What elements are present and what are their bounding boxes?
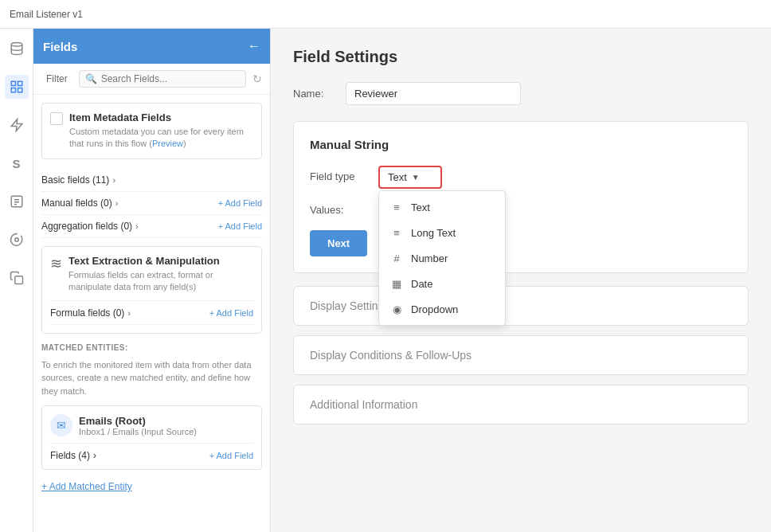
add-aggregation-field-link[interactable]: + Add Field [218, 221, 262, 231]
display-settings-title: Display Settings [310, 299, 732, 312]
sidebar-item-database[interactable] [5, 37, 29, 61]
dropdown-item-long-text[interactable]: ≡ Long Text [379, 220, 505, 245]
item-metadata-section: Item Metadata Fields Custom metadata you… [41, 103, 262, 159]
manual-string-title: Manual String [310, 138, 732, 151]
filter-button[interactable]: Filter [41, 72, 72, 86]
field-type-dropdown-menu: ≡ Text ≡ Long Text # Number [378, 190, 506, 326]
text-extraction-icon: ≋ [50, 255, 62, 272]
refresh-icon[interactable]: ↻ [252, 72, 262, 85]
basic-fields-toggle[interactable]: Basic fields (11) › [41, 174, 115, 186]
svg-point-10 [14, 238, 18, 242]
add-manual-field-link[interactable]: + Add Field [218, 198, 262, 208]
add-formula-field-link[interactable]: + Add Field [209, 308, 253, 318]
aggregation-fields-chevron: › [135, 221, 139, 231]
sidebar-item-s[interactable]: S [5, 151, 29, 175]
dropdown-item-date[interactable]: ▦ Date [379, 271, 505, 296]
panel-scroll: Item Metadata Fields Custom metadata you… [33, 95, 270, 532]
formula-fields-label: Formula fields (0) [50, 307, 124, 319]
metadata-checkbox[interactable] [50, 112, 63, 125]
dropdown-type-label: Dropdown [411, 303, 458, 315]
item-metadata-title: Item Metadata Fields [69, 111, 253, 123]
svg-rect-2 [18, 81, 22, 85]
dropdown-item-number[interactable]: # Number [379, 245, 505, 271]
filter-search-row: Filter 🔍 ↻ [33, 64, 270, 95]
basic-fields-label: Basic fields (11) [41, 174, 109, 186]
app-container: Email Listener v1 S [0, 0, 771, 532]
svg-point-0 [11, 43, 22, 47]
aggregation-fields-row: Aggregation fields (0) › + Add Field [41, 215, 262, 238]
field-type-dropdown-wrapper: Text ▼ ≡ Text ≡ Long Text [378, 166, 442, 189]
main-area: S Fields ← Filter 🔍 [0, 29, 771, 532]
long-text-type-icon: ≡ [390, 226, 403, 239]
sidebar-item-lightning[interactable] [5, 113, 29, 137]
app-title: Email Listener v1 [10, 9, 83, 20]
left-panel-title: Fields [43, 40, 77, 53]
manual-fields-label: Manual fields (0) [41, 198, 112, 209]
emails-fields-chevron: › [93, 450, 96, 461]
values-label: Values: [310, 204, 366, 216]
item-metadata-info: Item Metadata Fields Custom metadata you… [69, 111, 253, 151]
emails-root-card: ✉ Emails (Root) Inbox1 / Emails (Input S… [41, 405, 262, 470]
additional-info-title: Additional Information [310, 398, 732, 411]
preview-link[interactable]: Preview [152, 139, 183, 148]
search-icon: 🔍 [85, 73, 97, 84]
number-type-label: Number [411, 252, 448, 264]
emails-root-info: Emails (Root) Inbox1 / Emails (Input Sou… [79, 415, 197, 436]
formula-fields-chevron: › [127, 308, 131, 318]
sidebar-item-settings[interactable] [5, 228, 29, 252]
fields-section: Basic fields (11) › Manual fields (0) › … [41, 169, 262, 238]
search-input-wrap: 🔍 [79, 70, 246, 88]
display-settings-card: Display Settings [293, 286, 749, 326]
date-type-label: Date [411, 278, 432, 290]
long-text-type-label: Long Text [411, 227, 456, 239]
manual-string-card: Manual String Field type Text ▼ ≡ [293, 121, 749, 273]
field-type-row: Field type Text ▼ ≡ Text [310, 166, 732, 189]
dropdown-item-dropdown[interactable]: ◉ Dropdown [379, 296, 505, 322]
formula-fields-toggle[interactable]: Formula fields (0) › [50, 307, 131, 319]
field-type-dropdown[interactable]: Text ▼ [378, 166, 442, 189]
emails-root-header: ✉ Emails (Root) Inbox1 / Emails (Input S… [50, 414, 253, 436]
svg-marker-5 [11, 119, 22, 131]
dropdown-type-icon: ◉ [390, 303, 403, 315]
svg-rect-1 [11, 81, 15, 85]
add-emails-field-link[interactable]: + Add Field [209, 451, 253, 460]
text-extraction-header: ≋ Text Extraction & Manipulation Formula… [50, 255, 253, 294]
formula-fields-row: Formula fields (0) › + Add Field [50, 300, 253, 325]
search-input[interactable] [101, 73, 240, 84]
back-icon[interactable]: ← [248, 39, 260, 53]
dropdown-arrow-icon: ▼ [412, 173, 420, 182]
values-row: Values: S [310, 201, 732, 217]
name-input[interactable] [346, 82, 521, 105]
left-panel: Fields ← Filter 🔍 ↻ Item Metadata Fie [33, 29, 271, 532]
date-type-icon: ▦ [390, 277, 403, 290]
additional-info-card: Additional Information [293, 385, 749, 424]
matched-entities-section: MATCHED ENTITIES: To enrich the monitore… [41, 343, 262, 493]
add-matched-entity-link[interactable]: + Add Matched Entity [41, 481, 132, 492]
item-metadata-header: Item Metadata Fields Custom metadata you… [50, 111, 253, 151]
emails-root-title: Emails (Root) [79, 415, 197, 427]
number-type-icon: # [390, 252, 403, 264]
field-type-label: Field type [310, 166, 366, 182]
sidebar-item-layers[interactable] [5, 75, 29, 99]
next-button[interactable]: Next [310, 230, 367, 256]
matched-entities-label: MATCHED ENTITIES: [41, 343, 262, 352]
sidebar-item-copy[interactable] [5, 266, 29, 290]
svg-rect-4 [11, 88, 15, 92]
sidebar-item-form[interactable] [5, 190, 29, 213]
left-panel-header: Fields ← [33, 29, 270, 64]
selected-type-text: Text [388, 171, 407, 183]
text-type-label: Text [411, 201, 430, 213]
field-settings-title: Field Settings [293, 48, 749, 66]
right-panel: Field Settings Name: Manual String Field… [271, 29, 771, 532]
manual-fields-chevron: › [115, 198, 119, 208]
emails-root-fields-toggle[interactable]: Fields (4) › [50, 450, 96, 461]
text-type-icon: ≡ [390, 201, 403, 213]
aggregation-fields-toggle[interactable]: Aggregation fields (0) › [41, 221, 139, 232]
svg-rect-11 [14, 276, 22, 284]
manual-fields-row: Manual fields (0) › + Add Field [41, 192, 262, 215]
text-extraction-info: Text Extraction & Manipulation Formulas … [68, 255, 253, 294]
dropdown-item-text[interactable]: ≡ Text [379, 194, 505, 220]
manual-fields-toggle[interactable]: Manual fields (0) › [41, 198, 118, 209]
display-conditions-title: Display Conditions & Follow-Ups [310, 349, 732, 362]
basic-fields-row: Basic fields (11) › [41, 169, 262, 192]
